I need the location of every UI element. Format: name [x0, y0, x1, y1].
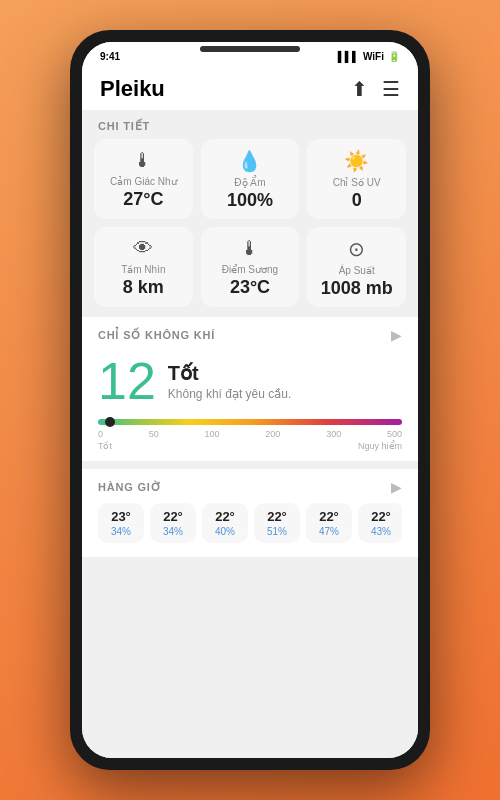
pressure-value: 1008 mb: [321, 278, 393, 299]
details-section-title: CHI TIẾT: [82, 110, 418, 139]
scale-label-300: 300: [326, 429, 341, 439]
hourly-temp-2: 22°: [215, 509, 235, 524]
air-chevron-icon[interactable]: ▶: [391, 327, 402, 343]
visibility-value: 8 km: [123, 277, 164, 298]
sun-icon: ☀️: [344, 149, 369, 173]
air-quality-desc: Không khí đạt yêu cầu.: [168, 387, 291, 401]
detail-card-pressure: ⊙ Áp Suất 1008 mb: [307, 227, 406, 307]
humidity-value: 100%: [227, 190, 273, 211]
status-icons: ▌▌▌ WiFi 🔋: [338, 51, 400, 62]
detail-card-uv: ☀️ Chỉ Số UV 0: [307, 139, 406, 219]
details-grid: 🌡 Cảm Giác Như 27°C 💧 Độ Ẩm 100% ☀️ Chỉ …: [82, 139, 418, 317]
header-icons: ⬆ ☰: [351, 77, 400, 101]
detail-card-dew: 🌡 Điểm Sương 23°C: [201, 227, 300, 307]
air-body: 12 Tốt Không khí đạt yêu cầu.: [98, 355, 402, 407]
droplets-icon: 💧: [237, 149, 262, 173]
eye-icon: 👁: [133, 237, 153, 260]
hourly-section-title: HÀNG GIỜ: [98, 481, 161, 494]
uv-label: Chỉ Số UV: [333, 177, 381, 188]
humidity-label: Độ Ẩm: [234, 177, 265, 188]
main-content: CHI TIẾT 🌡 Cảm Giác Như 27°C 💧 Độ Ẩm 100…: [82, 110, 418, 758]
phone-frame: 9:41 ▌▌▌ WiFi 🔋 Pleiku ⬆ ☰ CHI TIẾT 🌡: [70, 30, 430, 770]
detail-card-humidity: 💧 Độ Ẩm 100%: [201, 139, 300, 219]
menu-icon[interactable]: ☰: [382, 77, 400, 101]
scale-label-500: 500: [387, 429, 402, 439]
hourly-card-4: 22° 47%: [306, 503, 352, 543]
signal-icon: ▌▌▌: [338, 51, 359, 62]
dew-value: 23°C: [230, 277, 270, 298]
hourly-temp-4: 22°: [319, 509, 339, 524]
hourly-pct-4: 47%: [319, 526, 339, 537]
scale-label-50: 50: [149, 429, 159, 439]
scale-labels: 0 50 100 200 300 500: [98, 429, 402, 439]
scale-bar: [98, 419, 402, 425]
hourly-pct-0: 34%: [111, 526, 131, 537]
feels-like-value: 27°C: [123, 189, 163, 210]
hourly-pct-5: 43%: [371, 526, 391, 537]
scale-label-0: 0: [98, 429, 103, 439]
hourly-card-0: 23° 34%: [98, 503, 144, 543]
scale-end-label: Nguy hiểm: [358, 441, 402, 451]
scale-label-100: 100: [205, 429, 220, 439]
detail-card-feels-like: 🌡 Cảm Giác Như 27°C: [94, 139, 193, 219]
hourly-header: HÀNG GIỜ ▶: [98, 479, 402, 495]
hourly-row: 23° 34% 22° 34% 22° 40% 22° 51%: [98, 503, 402, 547]
air-scale: 0 50 100 200 300 500 Tốt Nguy hiểm: [98, 419, 402, 451]
dew-label: Điểm Sương: [222, 264, 278, 275]
air-section-title: CHỈ SỐ KHÔNG KHÍ: [98, 329, 215, 342]
status-time: 9:41: [100, 51, 120, 62]
hourly-pct-3: 51%: [267, 526, 287, 537]
visibility-label: Tầm Nhìn: [121, 264, 165, 275]
detail-card-visibility: 👁 Tầm Nhìn 8 km: [94, 227, 193, 307]
scale-dot: [105, 417, 115, 427]
air-quality-label: Tốt: [168, 361, 291, 385]
air-header: CHỈ SỐ KHÔNG KHÍ ▶: [98, 327, 402, 343]
hourly-card-1: 22° 34%: [150, 503, 196, 543]
status-bar: 9:41 ▌▌▌ WiFi 🔋: [82, 42, 418, 70]
phone-screen: 9:41 ▌▌▌ WiFi 🔋 Pleiku ⬆ ☰ CHI TIẾT 🌡: [82, 42, 418, 758]
scale-label-200: 200: [265, 429, 280, 439]
hourly-card-3: 22° 51%: [254, 503, 300, 543]
air-quality-section: CHỈ SỐ KHÔNG KHÍ ▶ 12 Tốt Không khí đạt …: [82, 317, 418, 461]
hourly-temp-0: 23°: [111, 509, 131, 524]
hourly-pct-2: 40%: [215, 526, 235, 537]
hourly-pct-1: 34%: [163, 526, 183, 537]
hourly-card-5: 22° 43%: [358, 503, 402, 543]
app-title: Pleiku: [100, 76, 165, 102]
air-quality-number: 12: [98, 355, 156, 407]
hourly-temp-1: 22°: [163, 509, 183, 524]
uv-value: 0: [352, 190, 362, 211]
dew-icon: 🌡: [240, 237, 260, 260]
air-text: Tốt Không khí đạt yêu cầu.: [168, 355, 291, 401]
feels-like-label: Cảm Giác Như: [110, 176, 176, 187]
app-header: Pleiku ⬆ ☰: [82, 70, 418, 110]
pressure-icon: ⊙: [348, 237, 365, 261]
scale-endpoints: Tốt Nguy hiểm: [98, 441, 402, 451]
hourly-temp-3: 22°: [267, 509, 287, 524]
hourly-chevron-icon[interactable]: ▶: [391, 479, 402, 495]
share-icon[interactable]: ⬆: [351, 77, 368, 101]
thermometer-icon: 🌡: [133, 149, 153, 172]
hourly-temp-5: 22°: [371, 509, 391, 524]
battery-icon: 🔋: [388, 51, 400, 62]
wifi-icon: WiFi: [363, 51, 384, 62]
hourly-card-2: 22° 40%: [202, 503, 248, 543]
pressure-label: Áp Suất: [339, 265, 375, 276]
scale-start-label: Tốt: [98, 441, 112, 451]
hourly-section: HÀNG GIỜ ▶ 23° 34% 22° 34% 22° 40%: [82, 469, 418, 557]
